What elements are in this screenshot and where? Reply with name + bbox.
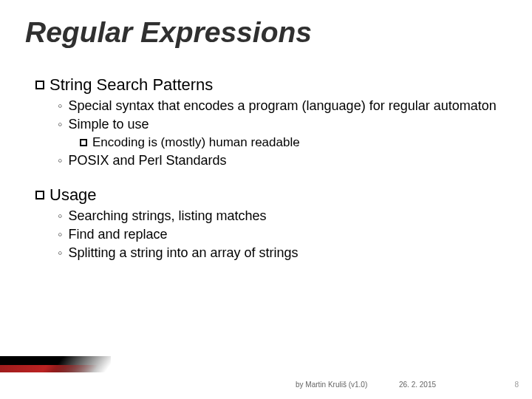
circle-bullet-icon: ◦ (58, 98, 62, 115)
slide-body: String Search Patterns ◦Special syntax t… (35, 70, 502, 262)
bullet-text: Searching strings, listing matches (68, 208, 266, 223)
bullet-text: Find and replace (68, 227, 167, 242)
corner-decoration (0, 355, 111, 372)
circle-bullet-icon: ◦ (58, 116, 62, 133)
circle-bullet-icon: ◦ (58, 226, 62, 243)
bullet-item: ◦POSIX and Perl Standards (58, 151, 502, 170)
circle-bullet-icon: ◦ (58, 245, 62, 262)
bullet-text: POSIX and Perl Standards (68, 153, 226, 168)
bullet-text: Splitting a string into an array of stri… (68, 245, 298, 260)
bullet-text: Special syntax that encodes a program (l… (68, 98, 496, 113)
bullet-text: Simple to use (68, 117, 149, 132)
circle-bullet-icon: ◦ (58, 152, 62, 169)
section-heading: Usage (35, 185, 502, 205)
sub-bullet-text: Encoding is (mostly) human readable (92, 135, 300, 149)
bullet-item: ◦Find and replace (58, 225, 502, 244)
sub-bullet-item: Encoding is (mostly) human readable (80, 134, 502, 151)
square-bullet-icon (35, 81, 44, 89)
square-bullet-icon (35, 191, 44, 200)
bullet-item: ◦Splitting a string into an array of str… (58, 244, 502, 262)
footer-date: 26. 2. 2015 (399, 381, 436, 389)
slide: Regular Expressions String Search Patter… (0, 0, 532, 399)
bullet-item: ◦Special syntax that encodes a program (… (58, 97, 502, 115)
section-heading: String Search Patterns (35, 75, 502, 95)
bullet-item: ◦Searching strings, listing matches (58, 207, 502, 225)
section-heading-text: String Search Patterns (50, 75, 213, 94)
slide-title: Regular Expressions (25, 16, 312, 49)
square-bullet-icon (80, 139, 87, 146)
footer-byline: by Martin Kruliš (v1.0) (296, 381, 367, 389)
bullet-item: ◦Simple to use (58, 115, 502, 134)
circle-bullet-icon: ◦ (58, 208, 62, 225)
section-heading-text: Usage (50, 185, 97, 204)
page-number: 8 (514, 381, 519, 389)
